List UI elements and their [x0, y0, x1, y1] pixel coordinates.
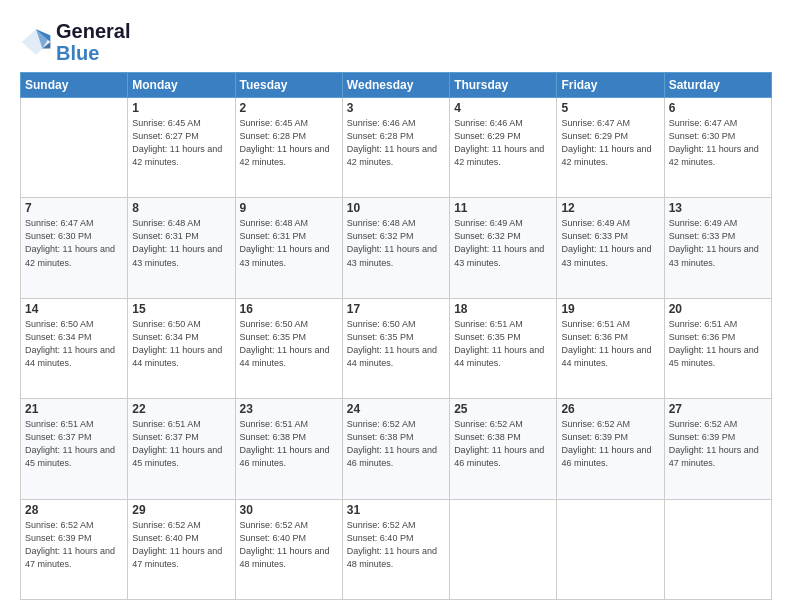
calendar-cell: 27Sunrise: 6:52 AMSunset: 6:39 PMDayligh… — [664, 399, 771, 499]
day-number: 28 — [25, 503, 123, 517]
day-info: Sunrise: 6:47 AMSunset: 6:29 PMDaylight:… — [561, 117, 659, 169]
calendar-cell: 17Sunrise: 6:50 AMSunset: 6:35 PMDayligh… — [342, 298, 449, 398]
calendar-week-3: 14Sunrise: 6:50 AMSunset: 6:34 PMDayligh… — [21, 298, 772, 398]
calendar-cell: 22Sunrise: 6:51 AMSunset: 6:37 PMDayligh… — [128, 399, 235, 499]
header-cell-saturday: Saturday — [664, 73, 771, 98]
day-info: Sunrise: 6:48 AMSunset: 6:32 PMDaylight:… — [347, 217, 445, 269]
calendar-cell: 11Sunrise: 6:49 AMSunset: 6:32 PMDayligh… — [450, 198, 557, 298]
calendar-cell: 24Sunrise: 6:52 AMSunset: 6:38 PMDayligh… — [342, 399, 449, 499]
day-number: 10 — [347, 201, 445, 215]
day-info: Sunrise: 6:47 AMSunset: 6:30 PMDaylight:… — [669, 117, 767, 169]
calendar-cell: 31Sunrise: 6:52 AMSunset: 6:40 PMDayligh… — [342, 499, 449, 599]
calendar-cell: 26Sunrise: 6:52 AMSunset: 6:39 PMDayligh… — [557, 399, 664, 499]
logo-area: General Blue — [20, 16, 130, 64]
logo-text: General Blue — [56, 20, 130, 64]
day-number: 30 — [240, 503, 338, 517]
day-number: 8 — [132, 201, 230, 215]
day-number: 15 — [132, 302, 230, 316]
day-info: Sunrise: 6:50 AMSunset: 6:34 PMDaylight:… — [132, 318, 230, 370]
header-cell-monday: Monday — [128, 73, 235, 98]
day-info: Sunrise: 6:46 AMSunset: 6:28 PMDaylight:… — [347, 117, 445, 169]
day-info: Sunrise: 6:47 AMSunset: 6:30 PMDaylight:… — [25, 217, 123, 269]
calendar-cell: 16Sunrise: 6:50 AMSunset: 6:35 PMDayligh… — [235, 298, 342, 398]
day-info: Sunrise: 6:46 AMSunset: 6:29 PMDaylight:… — [454, 117, 552, 169]
day-info: Sunrise: 6:49 AMSunset: 6:33 PMDaylight:… — [561, 217, 659, 269]
calendar-cell: 29Sunrise: 6:52 AMSunset: 6:40 PMDayligh… — [128, 499, 235, 599]
calendar-body: 1Sunrise: 6:45 AMSunset: 6:27 PMDaylight… — [21, 98, 772, 600]
day-number: 12 — [561, 201, 659, 215]
calendar-cell: 30Sunrise: 6:52 AMSunset: 6:40 PMDayligh… — [235, 499, 342, 599]
calendar-cell: 13Sunrise: 6:49 AMSunset: 6:33 PMDayligh… — [664, 198, 771, 298]
calendar-week-4: 21Sunrise: 6:51 AMSunset: 6:37 PMDayligh… — [21, 399, 772, 499]
header-cell-sunday: Sunday — [21, 73, 128, 98]
day-number: 24 — [347, 402, 445, 416]
calendar-cell: 14Sunrise: 6:50 AMSunset: 6:34 PMDayligh… — [21, 298, 128, 398]
day-info: Sunrise: 6:51 AMSunset: 6:36 PMDaylight:… — [561, 318, 659, 370]
day-number: 21 — [25, 402, 123, 416]
day-info: Sunrise: 6:52 AMSunset: 6:40 PMDaylight:… — [347, 519, 445, 571]
calendar-cell: 2Sunrise: 6:45 AMSunset: 6:28 PMDaylight… — [235, 98, 342, 198]
day-number: 23 — [240, 402, 338, 416]
day-number: 26 — [561, 402, 659, 416]
day-info: Sunrise: 6:49 AMSunset: 6:33 PMDaylight:… — [669, 217, 767, 269]
logo-icon — [20, 26, 52, 58]
calendar-cell — [450, 499, 557, 599]
day-info: Sunrise: 6:48 AMSunset: 6:31 PMDaylight:… — [132, 217, 230, 269]
day-info: Sunrise: 6:52 AMSunset: 6:38 PMDaylight:… — [347, 418, 445, 470]
calendar-week-5: 28Sunrise: 6:52 AMSunset: 6:39 PMDayligh… — [21, 499, 772, 599]
header-cell-thursday: Thursday — [450, 73, 557, 98]
day-info: Sunrise: 6:51 AMSunset: 6:37 PMDaylight:… — [25, 418, 123, 470]
day-number: 5 — [561, 101, 659, 115]
day-info: Sunrise: 6:50 AMSunset: 6:35 PMDaylight:… — [240, 318, 338, 370]
day-number: 13 — [669, 201, 767, 215]
calendar-table: SundayMondayTuesdayWednesdayThursdayFrid… — [20, 72, 772, 600]
calendar-cell: 12Sunrise: 6:49 AMSunset: 6:33 PMDayligh… — [557, 198, 664, 298]
calendar-cell: 4Sunrise: 6:46 AMSunset: 6:29 PMDaylight… — [450, 98, 557, 198]
day-info: Sunrise: 6:50 AMSunset: 6:34 PMDaylight:… — [25, 318, 123, 370]
header-cell-friday: Friday — [557, 73, 664, 98]
day-number: 22 — [132, 402, 230, 416]
calendar-cell — [21, 98, 128, 198]
calendar-cell: 20Sunrise: 6:51 AMSunset: 6:36 PMDayligh… — [664, 298, 771, 398]
calendar-week-1: 1Sunrise: 6:45 AMSunset: 6:27 PMDaylight… — [21, 98, 772, 198]
calendar-header-row: SundayMondayTuesdayWednesdayThursdayFrid… — [21, 73, 772, 98]
day-number: 4 — [454, 101, 552, 115]
day-number: 2 — [240, 101, 338, 115]
day-number: 31 — [347, 503, 445, 517]
day-info: Sunrise: 6:52 AMSunset: 6:40 PMDaylight:… — [132, 519, 230, 571]
calendar-cell: 9Sunrise: 6:48 AMSunset: 6:31 PMDaylight… — [235, 198, 342, 298]
day-info: Sunrise: 6:45 AMSunset: 6:27 PMDaylight:… — [132, 117, 230, 169]
calendar-week-2: 7Sunrise: 6:47 AMSunset: 6:30 PMDaylight… — [21, 198, 772, 298]
day-number: 6 — [669, 101, 767, 115]
page: General Blue SundayMondayTuesdayWednesda… — [0, 0, 792, 612]
day-info: Sunrise: 6:49 AMSunset: 6:32 PMDaylight:… — [454, 217, 552, 269]
calendar-cell: 1Sunrise: 6:45 AMSunset: 6:27 PMDaylight… — [128, 98, 235, 198]
calendar-cell: 21Sunrise: 6:51 AMSunset: 6:37 PMDayligh… — [21, 399, 128, 499]
calendar-cell: 25Sunrise: 6:52 AMSunset: 6:38 PMDayligh… — [450, 399, 557, 499]
day-info: Sunrise: 6:52 AMSunset: 6:39 PMDaylight:… — [669, 418, 767, 470]
day-info: Sunrise: 6:52 AMSunset: 6:39 PMDaylight:… — [561, 418, 659, 470]
calendar-cell — [557, 499, 664, 599]
day-info: Sunrise: 6:51 AMSunset: 6:36 PMDaylight:… — [669, 318, 767, 370]
day-number: 1 — [132, 101, 230, 115]
day-number: 7 — [25, 201, 123, 215]
calendar-cell: 8Sunrise: 6:48 AMSunset: 6:31 PMDaylight… — [128, 198, 235, 298]
calendar-cell: 28Sunrise: 6:52 AMSunset: 6:39 PMDayligh… — [21, 499, 128, 599]
day-info: Sunrise: 6:52 AMSunset: 6:39 PMDaylight:… — [25, 519, 123, 571]
calendar-cell: 19Sunrise: 6:51 AMSunset: 6:36 PMDayligh… — [557, 298, 664, 398]
header-cell-tuesday: Tuesday — [235, 73, 342, 98]
day-info: Sunrise: 6:50 AMSunset: 6:35 PMDaylight:… — [347, 318, 445, 370]
calendar-cell: 10Sunrise: 6:48 AMSunset: 6:32 PMDayligh… — [342, 198, 449, 298]
day-info: Sunrise: 6:51 AMSunset: 6:37 PMDaylight:… — [132, 418, 230, 470]
calendar-cell: 23Sunrise: 6:51 AMSunset: 6:38 PMDayligh… — [235, 399, 342, 499]
day-info: Sunrise: 6:52 AMSunset: 6:38 PMDaylight:… — [454, 418, 552, 470]
calendar-cell: 6Sunrise: 6:47 AMSunset: 6:30 PMDaylight… — [664, 98, 771, 198]
day-number: 27 — [669, 402, 767, 416]
calendar-cell: 3Sunrise: 6:46 AMSunset: 6:28 PMDaylight… — [342, 98, 449, 198]
header: General Blue — [20, 16, 772, 64]
calendar-cell: 7Sunrise: 6:47 AMSunset: 6:30 PMDaylight… — [21, 198, 128, 298]
day-info: Sunrise: 6:45 AMSunset: 6:28 PMDaylight:… — [240, 117, 338, 169]
day-number: 19 — [561, 302, 659, 316]
day-number: 17 — [347, 302, 445, 316]
day-number: 25 — [454, 402, 552, 416]
